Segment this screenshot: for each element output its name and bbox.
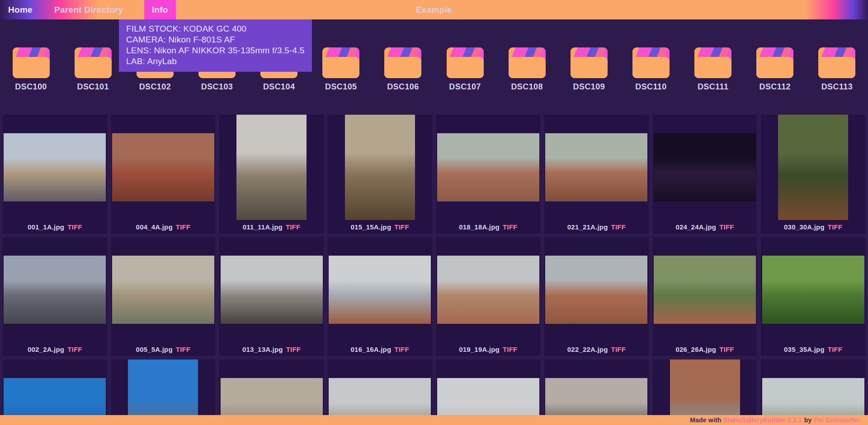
photo-thumbnail[interactable] (112, 256, 214, 324)
photo-thumbnail[interactable] (778, 115, 848, 220)
photo-filename-link[interactable]: 002_2A.jpg (28, 346, 64, 353)
gallery-cell: 021_21A.jpgTIFF (544, 115, 649, 234)
photo-thumbnail[interactable] (345, 115, 415, 220)
photo-filename-link[interactable]: 001_1A.jpg (28, 223, 64, 231)
folder-label: DSC106 (387, 82, 419, 92)
tiff-link[interactable]: TIFF (719, 346, 734, 353)
thumbnail-box (3, 237, 107, 342)
photo-caption: 021_21A.jpgTIFF (567, 220, 626, 234)
photo-filename-link[interactable]: 004_4A.jpg (136, 223, 173, 231)
tiff-link[interactable]: TIFF (394, 223, 409, 231)
photo-filename-link[interactable]: 022_22A.jpg (567, 346, 608, 353)
tiff-link[interactable]: TIFF (828, 223, 842, 231)
folder-item-dsc107[interactable]: DSC107 (434, 47, 496, 95)
photo-caption: 005_5A.jpgTIFF (136, 342, 191, 356)
photo-filename-link[interactable]: 026_26A.jpg (675, 346, 716, 353)
photo-caption: 019_19A.jpgTIFF (459, 342, 517, 356)
photo-filename-link[interactable]: 035_35A.jpg (784, 346, 825, 353)
folder-icon (571, 47, 608, 78)
gallery-cell: 013_13A.jpgTIFF (219, 237, 324, 356)
folder-icon (322, 47, 359, 78)
thumbnail-box (544, 237, 649, 342)
gallery-cell: 022_22A.jpgTIFF (544, 237, 649, 356)
photo-filename-link[interactable]: 011_11A.jpg (243, 223, 283, 231)
photo-thumbnail[interactable] (437, 133, 539, 201)
thumbnail-box (436, 115, 541, 220)
tiff-link[interactable]: TIFF (176, 346, 190, 353)
photo-filename-link[interactable]: 019_19A.jpg (459, 346, 500, 353)
tiff-link[interactable]: TIFF (611, 223, 626, 231)
folder-icon (447, 47, 484, 78)
folder-label: DSC113 (821, 82, 853, 92)
footer-made-with-text: Made with (690, 416, 721, 424)
folder-icon (756, 47, 793, 78)
photo-filename-link[interactable]: 018_18A.jpg (459, 223, 500, 231)
folder-item-dsc110[interactable]: DSC110 (620, 47, 682, 95)
folder-icon (509, 47, 546, 78)
photo-filename-link[interactable]: 024_24A.jpg (675, 223, 716, 231)
folder-item-dsc101[interactable]: DSC101 (62, 47, 124, 95)
folder-item-dsc105[interactable]: DSC105 (310, 47, 372, 95)
photo-filename-link[interactable]: 016_16A.jpg (351, 346, 392, 353)
tiff-link[interactable]: TIFF (67, 346, 82, 353)
tiff-link[interactable]: TIFF (503, 346, 517, 353)
folder-label: DSC112 (760, 82, 791, 92)
info-tooltip: FILM STOCK: KODAK GC 400 CAMERA: Nikon F… (119, 19, 312, 72)
folder-label: DSC103 (201, 82, 233, 92)
photo-thumbnail[interactable] (221, 256, 323, 324)
folder-label: DSC100 (15, 82, 47, 92)
folder-item-dsc109[interactable]: DSC109 (558, 47, 620, 95)
gallery-cell: 005_5A.jpgTIFF (111, 237, 216, 356)
nav-parent-directory-link[interactable]: Parent Directory (47, 0, 131, 19)
thumbnail-box (328, 115, 432, 220)
photo-thumbnail[interactable] (112, 133, 214, 201)
photo-thumbnail[interactable] (762, 256, 864, 324)
photo-thumbnail[interactable] (545, 133, 647, 201)
thumbnail-box (219, 237, 324, 342)
photo-thumbnail[interactable] (329, 256, 431, 324)
thumbnail-box (653, 237, 757, 342)
photo-thumbnail[interactable] (236, 115, 307, 220)
photo-filename-link[interactable]: 021_21A.jpg (567, 223, 608, 231)
tiff-link[interactable]: TIFF (394, 346, 409, 353)
folder-item-dsc112[interactable]: DSC112 (744, 47, 806, 95)
folder-item-dsc108[interactable]: DSC108 (496, 47, 558, 95)
footer-builder-link[interactable]: StaticGalleryBuilder 2.3.1 (723, 416, 802, 424)
gallery-cell: 018_18A.jpgTIFF (436, 115, 541, 234)
photo-caption: 013_13A.jpgTIFF (242, 342, 301, 356)
photo-thumbnail[interactable] (4, 256, 106, 324)
photo-thumbnail[interactable] (437, 256, 539, 324)
gallery-cell: 011_11A.jpgTIFF (219, 115, 324, 234)
folder-item-dsc106[interactable]: DSC106 (372, 47, 434, 95)
photo-caption: 022_22A.jpgTIFF (567, 342, 626, 356)
thumbnail-box (544, 115, 649, 220)
photo-thumbnail[interactable] (4, 133, 106, 201)
folder-item-dsc100[interactable]: DSC100 (0, 47, 62, 95)
folder-item-dsc111[interactable]: DSC111 (682, 47, 744, 95)
photo-filename-link[interactable]: 030_30A.jpg (784, 223, 825, 231)
tiff-link[interactable]: TIFF (828, 346, 842, 353)
nav-info-link[interactable]: Info (144, 0, 176, 19)
tiff-link[interactable]: TIFF (286, 346, 301, 353)
thumbnail-box (761, 237, 865, 342)
photo-thumbnail[interactable] (654, 256, 756, 324)
photo-thumbnail[interactable] (545, 256, 647, 324)
photo-filename-link[interactable]: 013_13A.jpg (242, 346, 283, 353)
folder-icon (694, 47, 731, 78)
tiff-link[interactable]: TIFF (611, 346, 626, 353)
tiff-link[interactable]: TIFF (286, 223, 300, 231)
photo-filename-link[interactable]: 015_15A.jpg (351, 223, 392, 231)
tiff-link[interactable]: TIFF (176, 223, 190, 231)
thumbnail-box (653, 115, 757, 220)
tiff-link[interactable]: TIFF (719, 223, 734, 231)
folder-item-dsc113[interactable]: DSC113 (806, 47, 868, 95)
tiff-link[interactable]: TIFF (67, 223, 82, 231)
info-lab: LAB: AnyLab (126, 56, 305, 67)
folder-icon (818, 47, 855, 78)
photo-thumbnail[interactable] (654, 133, 756, 201)
tiff-link[interactable]: TIFF (503, 223, 517, 231)
photo-filename-link[interactable]: 005_5A.jpg (136, 346, 173, 353)
folder-label: DSC107 (449, 82, 481, 92)
nav-home-link[interactable]: Home (1, 0, 40, 19)
footer-author-link[interactable]: Flo Greistorfer. (814, 416, 861, 424)
